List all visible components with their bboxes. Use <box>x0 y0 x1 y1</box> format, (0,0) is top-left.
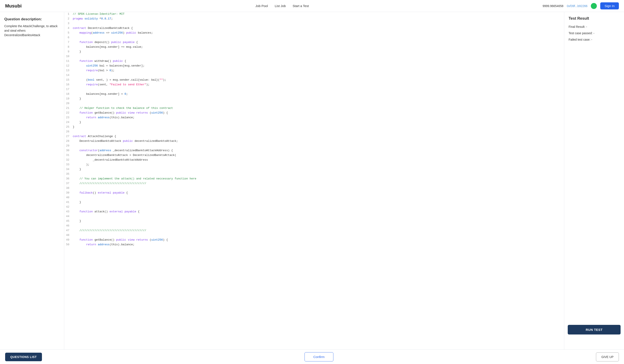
code-line: 4contract DecentralizedBanktoAttack { <box>64 26 564 31</box>
sign-in-button[interactable]: Sign In <box>600 2 619 9</box>
line-number: 19 <box>66 97 73 101</box>
line-number: 35 <box>66 172 73 176</box>
code-line: 10 <box>64 54 564 59</box>
line-number: 4 <box>66 26 73 31</box>
line-number: 23 <box>66 116 73 120</box>
line-number: 48 <box>66 233 73 238</box>
code-line: 41 } <box>64 200 564 205</box>
line-content: _decentralizedBanktoAttackAddress <box>73 158 148 162</box>
line-content: balances[msg.sender] = 0; <box>73 92 128 97</box>
line-number: 49 <box>66 238 73 242</box>
final-result: Final Result: - <box>569 25 620 28</box>
line-number: 22 <box>66 111 73 115</box>
code-panel: 1// SPDX-License-Identifier: MIT2pragma … <box>64 12 564 349</box>
code-line: 32 _decentralizedBanktoAttackAddress <box>64 158 564 163</box>
line-number: 46 <box>66 224 73 228</box>
line-number: 16 <box>66 83 73 87</box>
code-line: 29 <box>64 144 564 148</box>
line-number: 47 <box>66 228 73 233</box>
line-content: // You can implement the attack() and re… <box>73 177 196 181</box>
code-line: 1// SPDX-License-Identifier: MIT <box>64 12 564 17</box>
line-content: require(bal > 0); <box>73 69 114 73</box>
balance-display: 9999.96654658 <box>543 4 563 8</box>
nav-job-pool[interactable]: Job Pool <box>255 4 268 8</box>
code-line: 38 <box>64 186 564 191</box>
avatar[interactable] <box>591 3 597 9</box>
question-description: Complete the AttackChallenge, to attack … <box>4 24 60 37</box>
test-case-passed: Test case passed: - <box>569 31 620 35</box>
nav-start-test[interactable]: Start a Test <box>292 4 309 8</box>
line-number: 26 <box>66 130 73 134</box>
line-number: 2 <box>66 17 73 21</box>
line-content: fallback() external payable { <box>73 191 128 195</box>
line-content: } <box>73 97 81 101</box>
nav-list-job[interactable]: List Job <box>275 4 286 8</box>
main-nav: Job Pool List Job Start a Test <box>255 4 309 8</box>
code-line: 50 return address(this).balance; <box>64 243 564 247</box>
line-number: 15 <box>66 78 73 82</box>
line-content: function getBalance() public view return… <box>73 111 168 115</box>
line-content: constructor(address _decentralizedBankto… <box>73 148 173 153</box>
questions-list-button[interactable]: QUESTIONS LIST <box>5 353 42 361</box>
code-line: 28 DecentralizedBanktoAttack public dece… <box>64 139 564 144</box>
confirm-button[interactable]: Confirm <box>305 352 333 362</box>
line-number: 24 <box>66 120 73 125</box>
line-content: ); <box>73 163 89 167</box>
code-line: 14 <box>64 73 564 78</box>
code-line: 22 function getBalance() public view ret… <box>64 111 564 116</box>
line-number: 43 <box>66 210 73 214</box>
line-number: 41 <box>66 200 73 205</box>
line-content: // SPDX-License-Identifier: MIT <box>73 12 125 17</box>
code-line: 18 balances[msg.sender] = 0; <box>64 92 564 97</box>
line-number: 14 <box>66 73 73 78</box>
give-up-button[interactable]: GIVE UP <box>596 352 619 362</box>
line-content: function withdraw() public { <box>73 59 126 64</box>
line-number: 25 <box>66 125 73 129</box>
code-line: 11 function withdraw() public { <box>64 59 564 64</box>
code-line: 49 function getBalance() public view ret… <box>64 238 564 243</box>
line-content: } <box>73 120 81 125</box>
line-content: // Helper function to check the balance … <box>73 106 173 111</box>
code-line: 12 uint256 bal = balances[msg.sender]; <box>64 64 564 69</box>
line-content: decentralizedBanktoAttack = Decentralize… <box>73 153 176 158</box>
line-number: 27 <box>66 134 73 139</box>
line-content: require(sent, "Failed to send Ether"); <box>73 83 150 87</box>
line-number: 6 <box>66 35 73 40</box>
code-line: 3 <box>64 21 564 26</box>
code-line: 44 <box>64 214 564 219</box>
line-number: 5 <box>66 31 73 35</box>
line-content: function getBalance() public view return… <box>73 238 168 242</box>
line-number: 18 <box>66 92 73 97</box>
code-editor[interactable]: 1// SPDX-License-Identifier: MIT2pragma … <box>64 12 564 349</box>
line-content: } <box>73 200 81 205</box>
line-number: 29 <box>66 144 73 148</box>
main-content: Question description: Complete the Attac… <box>0 12 624 349</box>
code-line: 15 (bool sent, ) = msg.sender.call{value… <box>64 78 564 83</box>
line-content: } <box>73 219 81 223</box>
code-line: 30 constructor(address _decentralizedBan… <box>64 148 564 153</box>
line-number: 30 <box>66 148 73 153</box>
line-number: 13 <box>66 69 73 73</box>
line-number: 10 <box>66 54 73 59</box>
wallet-address[interactable]: 0xf39f...b92266 <box>567 4 588 8</box>
code-line: 27contract AttackChallenge { <box>64 134 564 139</box>
line-number: 28 <box>66 139 73 144</box>
right-panel: Test Result Final Result: - Test case pa… <box>564 12 624 349</box>
line-number: 40 <box>66 195 73 200</box>
line-number: 37 <box>66 181 73 186</box>
line-number: 1 <box>66 12 73 17</box>
line-content: return address(this).balance; <box>73 116 135 120</box>
code-line: 47 /////////////////////////////////////… <box>64 228 564 233</box>
code-line: 6 <box>64 35 564 40</box>
run-test-button[interactable]: RUN TEST <box>568 325 621 335</box>
line-number: 38 <box>66 186 73 191</box>
logo: Musubi <box>5 3 22 9</box>
line-number: 17 <box>66 87 73 92</box>
code-line: 34 } <box>64 167 564 172</box>
code-line: 17 <box>64 87 564 92</box>
line-content: //////////////////////////////////////// <box>73 228 146 233</box>
code-line: 8 balances[msg.sender] += msg.value; <box>64 45 564 50</box>
line-content: DecentralizedBanktoAttack public decentr… <box>73 139 178 144</box>
code-line: 39 fallback() external payable { <box>64 191 564 195</box>
line-number: 20 <box>66 101 73 106</box>
